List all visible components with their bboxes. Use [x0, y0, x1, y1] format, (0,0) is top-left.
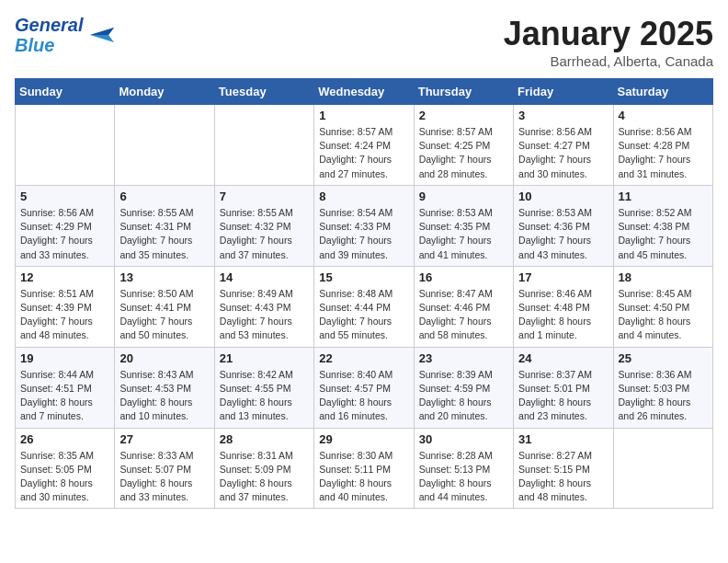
calendar-cell: 9Sunrise: 8:53 AM Sunset: 4:35 PM Daylig… [414, 185, 513, 266]
day-info: Sunrise: 8:28 AM Sunset: 5:13 PM Dayligh… [419, 449, 508, 505]
day-number: 4 [619, 109, 708, 122]
calendar-week-row: 19Sunrise: 8:44 AM Sunset: 4:51 PM Dayli… [16, 347, 713, 428]
calendar-cell: 3Sunrise: 8:56 AM Sunset: 4:27 PM Daylig… [514, 105, 613, 186]
day-number: 7 [220, 190, 309, 203]
day-number: 17 [518, 270, 608, 284]
day-number: 28 [220, 432, 309, 446]
day-number: 30 [419, 432, 508, 446]
day-info: Sunrise: 8:44 AM Sunset: 4:51 PM Dayligh… [20, 368, 109, 424]
day-info: Sunrise: 8:46 AM Sunset: 4:48 PM Dayligh… [518, 287, 608, 343]
day-number: 23 [419, 351, 508, 365]
calendar-cell [214, 105, 313, 186]
day-info: Sunrise: 8:37 AM Sunset: 5:01 PM Dayligh… [518, 368, 608, 424]
calendar-cell: 21Sunrise: 8:42 AM Sunset: 4:55 PM Dayli… [214, 347, 313, 428]
day-info: Sunrise: 8:54 AM Sunset: 4:33 PM Dayligh… [319, 206, 408, 262]
day-info: Sunrise: 8:39 AM Sunset: 4:59 PM Dayligh… [419, 368, 508, 424]
calendar-cell: 17Sunrise: 8:46 AM Sunset: 4:48 PM Dayli… [514, 266, 613, 347]
day-info: Sunrise: 8:55 AM Sunset: 4:32 PM Dayligh… [220, 206, 309, 262]
day-number: 31 [518, 432, 608, 446]
day-number: 6 [119, 190, 209, 203]
calendar-cell: 25Sunrise: 8:36 AM Sunset: 5:03 PM Dayli… [613, 347, 712, 428]
calendar-cell: 31Sunrise: 8:27 AM Sunset: 5:15 PM Dayli… [514, 428, 613, 509]
calendar-cell: 27Sunrise: 8:33 AM Sunset: 5:07 PM Dayli… [115, 428, 214, 509]
day-info: Sunrise: 8:33 AM Sunset: 5:07 PM Dayligh… [119, 449, 209, 505]
day-info: Sunrise: 8:31 AM Sunset: 5:09 PM Dayligh… [220, 449, 309, 505]
calendar-cell: 24Sunrise: 8:37 AM Sunset: 5:01 PM Dayli… [514, 347, 613, 428]
day-number: 1 [319, 109, 408, 122]
day-number: 25 [619, 351, 708, 365]
calendar-cell: 30Sunrise: 8:28 AM Sunset: 5:13 PM Dayli… [414, 428, 513, 509]
day-info: Sunrise: 8:48 AM Sunset: 4:44 PM Dayligh… [319, 287, 408, 343]
day-number: 24 [518, 351, 608, 365]
calendar-cell: 12Sunrise: 8:51 AM Sunset: 4:39 PM Dayli… [16, 266, 115, 347]
calendar-cell: 5Sunrise: 8:56 AM Sunset: 4:29 PM Daylig… [16, 185, 115, 266]
day-number: 8 [319, 190, 408, 203]
day-number: 12 [20, 270, 109, 284]
day-info: Sunrise: 8:42 AM Sunset: 4:55 PM Dayligh… [220, 368, 309, 424]
day-info: Sunrise: 8:40 AM Sunset: 4:57 PM Dayligh… [319, 368, 408, 424]
day-info: Sunrise: 8:51 AM Sunset: 4:39 PM Dayligh… [20, 287, 109, 343]
calendar-cell [16, 105, 115, 186]
day-info: Sunrise: 8:45 AM Sunset: 4:50 PM Dayligh… [619, 287, 708, 343]
day-info: Sunrise: 8:56 AM Sunset: 4:27 PM Dayligh… [518, 125, 608, 181]
calendar-week-row: 12Sunrise: 8:51 AM Sunset: 4:39 PM Dayli… [16, 266, 713, 347]
day-number: 2 [419, 109, 508, 122]
calendar-cell: 2Sunrise: 8:57 AM Sunset: 4:25 PM Daylig… [414, 105, 513, 186]
day-number: 20 [119, 351, 209, 365]
calendar-cell: 13Sunrise: 8:50 AM Sunset: 4:41 PM Dayli… [115, 266, 214, 347]
day-number: 14 [220, 270, 309, 284]
day-info: Sunrise: 8:35 AM Sunset: 5:05 PM Dayligh… [20, 449, 109, 505]
month-title: January 2025 [504, 15, 713, 53]
calendar-cell: 4Sunrise: 8:56 AM Sunset: 4:28 PM Daylig… [613, 105, 712, 186]
day-number: 29 [319, 432, 408, 446]
calendar-cell [115, 105, 214, 186]
logo-blue: Blue [15, 35, 83, 55]
calendar-cell: 18Sunrise: 8:45 AM Sunset: 4:50 PM Dayli… [613, 266, 712, 347]
calendar-cell: 16Sunrise: 8:47 AM Sunset: 4:46 PM Dayli… [414, 266, 513, 347]
day-info: Sunrise: 8:36 AM Sunset: 5:03 PM Dayligh… [619, 368, 708, 424]
day-number: 5 [20, 190, 109, 203]
calendar-table: SundayMondayTuesdayWednesdayThursdayFrid… [15, 78, 713, 509]
calendar-cell: 1Sunrise: 8:57 AM Sunset: 4:24 PM Daylig… [314, 105, 414, 186]
page-header: General Blue January 2025 Barrhead, Albe… [15, 15, 713, 69]
day-of-week-header: Saturday [613, 79, 712, 105]
day-number: 13 [119, 270, 209, 284]
calendar-cell: 10Sunrise: 8:53 AM Sunset: 4:36 PM Dayli… [514, 185, 613, 266]
day-of-week-header: Tuesday [214, 79, 313, 105]
day-info: Sunrise: 8:52 AM Sunset: 4:38 PM Dayligh… [619, 206, 708, 262]
title-block: January 2025 Barrhead, Alberta, Canada [504, 15, 713, 69]
day-number: 10 [518, 190, 608, 203]
calendar-cell: 29Sunrise: 8:30 AM Sunset: 5:11 PM Dayli… [314, 428, 414, 509]
logo-general: General [15, 15, 83, 35]
calendar-cell: 7Sunrise: 8:55 AM Sunset: 4:32 PM Daylig… [214, 185, 313, 266]
day-of-week-header: Friday [514, 79, 613, 105]
day-of-week-header: Thursday [414, 79, 513, 105]
day-info: Sunrise: 8:43 AM Sunset: 4:53 PM Dayligh… [119, 368, 209, 424]
calendar-week-row: 1Sunrise: 8:57 AM Sunset: 4:24 PM Daylig… [16, 105, 713, 186]
calendar-cell: 19Sunrise: 8:44 AM Sunset: 4:51 PM Dayli… [16, 347, 115, 428]
day-info: Sunrise: 8:57 AM Sunset: 4:25 PM Dayligh… [419, 125, 508, 181]
day-number: 11 [619, 190, 708, 203]
day-number: 26 [20, 432, 109, 446]
day-info: Sunrise: 8:47 AM Sunset: 4:46 PM Dayligh… [419, 287, 508, 343]
logo-plane-icon [88, 25, 116, 45]
day-number: 16 [419, 270, 508, 284]
calendar-cell: 23Sunrise: 8:39 AM Sunset: 4:59 PM Dayli… [414, 347, 513, 428]
day-number: 9 [419, 190, 508, 203]
day-info: Sunrise: 8:27 AM Sunset: 5:15 PM Dayligh… [518, 449, 608, 505]
calendar-cell: 22Sunrise: 8:40 AM Sunset: 4:57 PM Dayli… [314, 347, 414, 428]
calendar-cell: 14Sunrise: 8:49 AM Sunset: 4:43 PM Dayli… [214, 266, 313, 347]
day-of-week-header: Wednesday [314, 79, 414, 105]
day-info: Sunrise: 8:50 AM Sunset: 4:41 PM Dayligh… [119, 287, 209, 343]
day-of-week-header: Sunday [16, 79, 115, 105]
calendar-cell: 11Sunrise: 8:52 AM Sunset: 4:38 PM Dayli… [613, 185, 712, 266]
day-number: 3 [518, 109, 608, 122]
day-number: 27 [119, 432, 209, 446]
day-info: Sunrise: 8:49 AM Sunset: 4:43 PM Dayligh… [220, 287, 309, 343]
day-number: 18 [619, 270, 708, 284]
calendar-header-row: SundayMondayTuesdayWednesdayThursdayFrid… [16, 79, 713, 105]
day-number: 19 [20, 351, 109, 365]
calendar-cell: 28Sunrise: 8:31 AM Sunset: 5:09 PM Dayli… [214, 428, 313, 509]
calendar-cell: 8Sunrise: 8:54 AM Sunset: 4:33 PM Daylig… [314, 185, 414, 266]
day-info: Sunrise: 8:53 AM Sunset: 4:36 PM Dayligh… [518, 206, 608, 262]
